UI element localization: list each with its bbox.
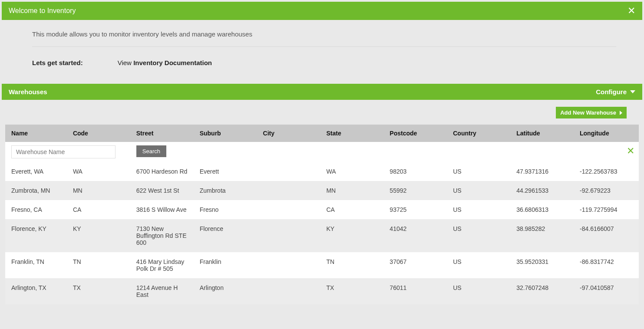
welcome-header: Welcome to Inventory ✕	[2, 2, 642, 20]
cell-suburb: Fresno	[195, 200, 259, 219]
search-input[interactable]	[11, 145, 116, 158]
cell-code: CA	[69, 200, 132, 219]
cell-longitude: -86.8317742	[575, 252, 639, 278]
cell-state: MN	[322, 181, 385, 200]
cell-name: Arlington, TX	[5, 278, 69, 304]
action-bar: Add New Warehouse	[2, 100, 642, 125]
welcome-title: Welcome to Inventory	[9, 7, 76, 15]
cell-suburb: Franklin	[195, 252, 259, 278]
cell-state: CA	[322, 200, 385, 219]
cell-street: 7130 New Buffington Rd STE 600	[132, 219, 195, 252]
col-suburb[interactable]: Suburb	[195, 125, 259, 142]
cell-code: TX	[69, 278, 132, 304]
get-started-row: Lets get started: View Inventory Documen…	[32, 59, 616, 66]
cell-latitude: 44.2961533	[512, 181, 575, 200]
cell-state: WA	[322, 162, 385, 181]
cell-longitude: -92.679223	[575, 181, 639, 200]
col-name[interactable]: Name	[5, 125, 69, 142]
view-text: View	[118, 59, 133, 66]
cell-city	[259, 181, 322, 200]
table-row[interactable]: Florence, KYKY7130 New Buffington Rd STE…	[5, 219, 639, 252]
welcome-panel: Welcome to Inventory ✕ This module allow…	[2, 2, 642, 77]
cell-city	[259, 278, 322, 304]
cell-postcode: 98203	[385, 162, 449, 181]
cell-longitude: -84.6166007	[575, 219, 639, 252]
cell-name: Franklin, TN	[5, 252, 69, 278]
col-street[interactable]: Street	[132, 125, 195, 142]
cell-postcode: 41042	[385, 219, 449, 252]
cell-city	[259, 252, 322, 278]
cell-street: 1214 Avenue H East	[132, 278, 195, 304]
search-row: Search ✕	[5, 142, 639, 162]
cell-suburb: Zumbrota	[195, 181, 259, 200]
warehouses-header: Warehouses Configure	[2, 84, 642, 100]
cell-latitude: 38.985282	[512, 219, 575, 252]
doc-text: Inventory Documentation	[133, 59, 212, 66]
table-row[interactable]: Everett, WAWA6700 Hardeson RdEverettWA98…	[5, 162, 639, 181]
cell-longitude: -97.0410587	[575, 278, 639, 304]
col-latitude[interactable]: Latitude	[512, 125, 575, 142]
clear-search-icon[interactable]: ✕	[580, 145, 634, 157]
cell-suburb: Everett	[195, 162, 259, 181]
table-row[interactable]: Fresno, CACA3816 S Willow AveFresnoCA937…	[5, 200, 639, 219]
cell-postcode: 37067	[385, 252, 449, 278]
cell-code: KY	[69, 219, 132, 252]
cell-code: WA	[69, 162, 132, 181]
cell-postcode: 76011	[385, 278, 449, 304]
cell-country: US	[449, 219, 512, 252]
cell-code: TN	[69, 252, 132, 278]
cell-name: Everett, WA	[5, 162, 69, 181]
cell-state: TN	[322, 252, 385, 278]
col-city[interactable]: City	[259, 125, 322, 142]
table-header-row: Name Code Street Suburb City State Postc…	[5, 125, 639, 142]
cell-longitude: -119.7275994	[575, 200, 639, 219]
cell-latitude: 35.9520331	[512, 252, 575, 278]
warehouses-table: Name Code Street Suburb City State Postc…	[5, 125, 639, 304]
chevron-right-icon	[620, 111, 622, 115]
col-code[interactable]: Code	[69, 125, 132, 142]
documentation-link[interactable]: View Inventory Documentation	[118, 59, 212, 66]
cell-latitude: 47.9371316	[512, 162, 575, 181]
add-warehouse-label: Add New Warehouse	[560, 109, 616, 116]
cell-state: TX	[322, 278, 385, 304]
cell-country: US	[449, 252, 512, 278]
col-country[interactable]: Country	[449, 125, 512, 142]
cell-street: 416 Mary Lindsay Polk Dr # 505	[132, 252, 195, 278]
cell-state: KY	[322, 219, 385, 252]
cell-street: 3816 S Willow Ave	[132, 200, 195, 219]
cell-country: US	[449, 200, 512, 219]
cell-suburb: Arlington	[195, 278, 259, 304]
table-row[interactable]: Arlington, TXTX1214 Avenue H EastArlingt…	[5, 278, 639, 304]
configure-button[interactable]: Configure	[596, 88, 635, 95]
cell-street: 622 West 1st St	[132, 181, 195, 200]
cell-latitude: 36.6806313	[512, 200, 575, 219]
cell-street: 6700 Hardeson Rd	[132, 162, 195, 181]
cell-name: Fresno, CA	[5, 200, 69, 219]
col-state[interactable]: State	[322, 125, 385, 142]
col-longitude[interactable]: Longitude	[575, 125, 639, 142]
close-icon[interactable]: ✕	[627, 6, 635, 16]
cell-country: US	[449, 181, 512, 200]
cell-longitude: -122.2563783	[575, 162, 639, 181]
table-row[interactable]: Franklin, TNTN416 Mary Lindsay Polk Dr #…	[5, 252, 639, 278]
col-postcode[interactable]: Postcode	[385, 125, 449, 142]
cell-name: Zumbrota, MN	[5, 181, 69, 200]
cell-country: US	[449, 278, 512, 304]
table-row[interactable]: Zumbrota, MNMN622 West 1st StZumbrotaMN5…	[5, 181, 639, 200]
cell-postcode: 93725	[385, 200, 449, 219]
cell-city	[259, 162, 322, 181]
configure-label: Configure	[596, 88, 627, 95]
cell-name: Florence, KY	[5, 219, 69, 252]
welcome-body: This module allows you to monitor invent…	[2, 20, 642, 77]
cell-city	[259, 219, 322, 252]
cell-postcode: 55992	[385, 181, 449, 200]
add-warehouse-button[interactable]: Add New Warehouse	[556, 107, 627, 118]
chevron-down-icon	[630, 90, 635, 93]
cell-latitude: 32.7607248	[512, 278, 575, 304]
cell-city	[259, 200, 322, 219]
warehouses-title: Warehouses	[9, 88, 47, 95]
welcome-description: This module allows you to monitor invent…	[32, 30, 616, 47]
search-button[interactable]: Search	[136, 145, 166, 157]
cell-code: MN	[69, 181, 132, 200]
warehouses-section: Warehouses Configure Add New Warehouse	[2, 84, 642, 308]
